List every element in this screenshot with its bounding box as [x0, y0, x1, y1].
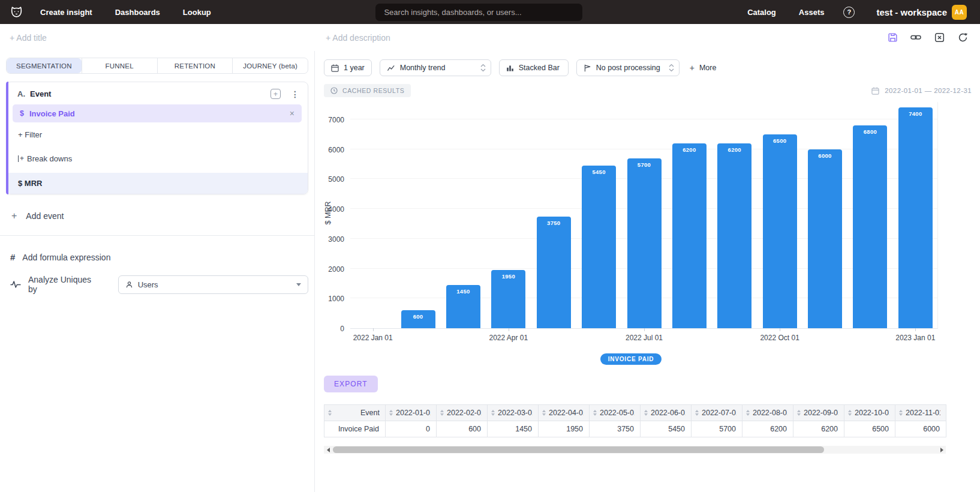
sort-up-icon	[746, 410, 750, 412]
analyze-uniques-label: Analyze Uniques by	[28, 275, 102, 294]
x-tick-mark	[373, 328, 374, 331]
column-header-2022-04-01[interactable]: 2022-04-01	[539, 405, 590, 421]
column-header-label: 2022-01-01	[396, 409, 431, 417]
bar-2023-01-01[interactable]: 7400	[898, 107, 933, 328]
save-icon[interactable]	[887, 32, 898, 43]
bar-2022-02-01[interactable]: 600	[401, 310, 435, 328]
sort-icon[interactable]	[389, 410, 393, 416]
avatar[interactable]: AA	[952, 5, 967, 20]
topnav-item-lookup[interactable]: Lookup	[183, 8, 211, 17]
search-input[interactable]	[375, 4, 582, 21]
help-icon[interactable]: ?	[843, 7, 855, 18]
topnav-item-catalog[interactable]: Catalog	[747, 8, 776, 17]
column-header-2022-07-01[interactable]: 2022-07-01	[692, 405, 742, 421]
sort-icon[interactable]	[491, 410, 495, 416]
bar-2022-08-01[interactable]: 6200	[672, 143, 707, 328]
more-button[interactable]: + More	[690, 63, 717, 73]
bar-value-label: 5450	[582, 169, 616, 175]
trend-select[interactable]: Monthly trend	[380, 59, 491, 76]
analyze-uniques-select[interactable]: Users	[118, 275, 308, 294]
column-header-2022-06-01[interactable]: 2022-06-01	[641, 405, 692, 421]
sort-icon[interactable]	[695, 410, 699, 416]
link-icon[interactable]	[910, 32, 921, 43]
more-options-icon[interactable]: ⋮	[291, 89, 299, 99]
topnav-item-dashboards[interactable]: Dashboards	[115, 8, 160, 17]
sort-icon[interactable]	[593, 410, 597, 416]
sort-icon[interactable]	[328, 410, 332, 416]
date-range-label: 1 year	[344, 64, 365, 72]
date-range-button[interactable]: 1 year	[324, 59, 372, 76]
breakdown-value-row[interactable]: $ MRR	[7, 173, 308, 194]
column-header-2022-08-01[interactable]: 2022-08-01	[742, 405, 793, 421]
bar-2022-06-01[interactable]: 5450	[582, 166, 616, 328]
column-header-2022-02-01[interactable]: 2022-02-01	[437, 405, 488, 421]
sort-icon[interactable]	[440, 410, 444, 416]
y-tick-label: 6000	[324, 146, 344, 154]
bar-chart: $ MRR 01000200030004000500060007000 6001…	[324, 102, 938, 344]
topnav-item-assets[interactable]: Assets	[799, 8, 825, 17]
bar-value-label: 1450	[446, 288, 480, 295]
stepper-icon	[669, 64, 674, 72]
cat-logo-icon[interactable]	[8, 4, 25, 20]
main: SEGMENTATIONFUNNELRETENTIONJOURNEY (beta…	[0, 51, 980, 492]
workspace-name[interactable]: test - workspace	[876, 7, 947, 17]
column-header-label: 2022-10-01	[855, 409, 889, 417]
close-icon[interactable]: ×	[290, 109, 294, 118]
sidebar-divider	[0, 235, 314, 236]
bar-2022-10-01[interactable]: 6500	[763, 134, 797, 328]
bar-2022-05-01[interactable]: 3750	[537, 217, 571, 329]
scroll-left-icon[interactable]	[324, 446, 332, 454]
chart-toolbar: 1 year Monthly trend Sta	[324, 59, 972, 76]
sort-up-icon	[848, 410, 852, 412]
sort-icon[interactable]	[542, 410, 546, 416]
tab-journey-beta[interactable]: JOURNEY (beta)	[232, 58, 308, 73]
bar-2022-03-01[interactable]: 1450	[446, 285, 480, 328]
bar-2022-11-01[interactable]: 6000	[808, 149, 842, 328]
refresh-icon[interactable]	[957, 32, 968, 43]
bar-2022-12-01[interactable]: 6800	[853, 125, 887, 328]
chart-type-select[interactable]: Stacked Bar	[499, 59, 569, 76]
chart-y-axis: 01000200030004000500060007000	[324, 102, 346, 329]
column-header-inner: 2022-01-01	[389, 409, 431, 417]
clear-icon[interactable]	[934, 32, 945, 43]
duplicate-event-icon[interactable]: +	[270, 89, 281, 99]
tab-funnel[interactable]: FUNNEL	[82, 58, 157, 73]
post-processing-value: No post processing	[596, 64, 660, 72]
sort-icon[interactable]	[848, 410, 852, 416]
add-formula-button[interactable]: # Add formula expression	[10, 252, 308, 262]
breakdowns-button[interactable]: + Break downs	[7, 145, 308, 170]
add-event-button[interactable]: + Add event	[11, 211, 308, 221]
tab-segmentation[interactable]: SEGMENTATION	[7, 58, 82, 73]
column-header-2022-01-01[interactable]: 2022-01-01	[386, 405, 437, 421]
column-header-2022-10-01[interactable]: 2022-10-01	[844, 405, 895, 421]
column-header-2022-11-01[interactable]: 2022-11-01	[895, 405, 946, 421]
tab-retention[interactable]: RETENTION	[157, 58, 233, 73]
event-group-header: A. Event + ⋮	[7, 82, 308, 104]
add-title-button[interactable]: + Add title	[10, 33, 47, 43]
legend-item[interactable]: INVOICE PAID	[600, 353, 662, 365]
column-header-2022-09-01[interactable]: 2022-09-01	[793, 405, 844, 421]
horizontal-scrollbar[interactable]	[324, 446, 946, 454]
export-button[interactable]: EXPORT	[324, 376, 378, 392]
sort-icon[interactable]	[644, 410, 648, 416]
insight-content: 1 year Monthly trend Sta	[315, 51, 980, 492]
sort-down-icon	[593, 413, 597, 416]
bar-2022-04-01[interactable]: 1950	[491, 270, 525, 328]
sort-icon[interactable]	[746, 410, 750, 416]
column-header-label: Event	[360, 409, 380, 417]
sort-icon[interactable]	[899, 410, 903, 416]
sort-icon[interactable]	[797, 410, 801, 416]
selected-event-row[interactable]: $ Invoice Paid ×	[13, 104, 302, 122]
post-processing-select[interactable]: No post processing	[576, 59, 680, 76]
add-description-button[interactable]: + Add description	[326, 33, 390, 43]
topnav-item-create-insight[interactable]: Create insight	[40, 8, 92, 17]
column-header-2022-05-01[interactable]: 2022-05-01	[590, 405, 641, 421]
bar-2022-07-01[interactable]: 5700	[627, 158, 662, 329]
bar-2022-09-01[interactable]: 6200	[717, 143, 751, 328]
column-header-event[interactable]: Event	[324, 405, 386, 421]
column-header-2022-03-01[interactable]: 2022-03-01	[488, 405, 539, 421]
scroll-right-icon[interactable]	[937, 446, 946, 454]
scrollbar-thumb[interactable]	[333, 446, 824, 453]
y-tick-label: 0	[324, 325, 344, 333]
add-filter-button[interactable]: + Filter	[7, 122, 308, 145]
